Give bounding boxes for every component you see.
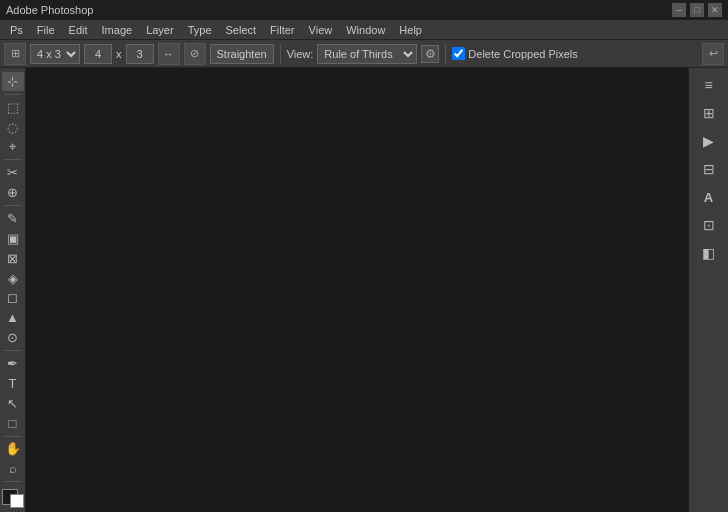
title-bar-controls: ─ □ ✕ [672,3,722,17]
zoom-tool[interactable]: ⌕ [2,459,24,478]
height-input[interactable] [126,44,154,64]
eraser-tool[interactable]: ◻ [2,288,24,307]
view-gear-icon[interactable]: ⚙ [421,45,439,63]
menu-view[interactable]: View [303,22,339,38]
type-tool[interactable]: T [2,374,24,393]
menu-edit[interactable]: Edit [63,22,94,38]
delete-cropped-checkbox[interactable] [452,47,465,60]
gradient-tool[interactable]: ▲ [2,308,24,327]
left-toolbar: ⊹ ⬚ ◌ ⌖ ✂ ⊕ ✎ ▣ ⊠ ◈ ◻ ▲ ⊙ ✒ T ↖ □ ✋ ⌕ [0,68,26,512]
ratio-select[interactable]: 4 x 3 [30,44,80,64]
rectangular-marquee-tool[interactable]: ⬚ [2,98,24,117]
menu-select[interactable]: Select [220,22,263,38]
panel-grid-icon[interactable]: ⊞ [696,100,722,126]
menu-window[interactable]: Window [340,22,391,38]
right-panel: ≡ ⊞ ▶ ⊟ A ⊡ ◧ [688,68,728,512]
rectangle-tool[interactable]: □ [2,414,24,433]
title-bar: Adobe Photoshop ─ □ ✕ [0,0,728,20]
quick-select-tool[interactable]: ⌖ [2,138,24,157]
title-bar-text: Adobe Photoshop [6,4,93,16]
view-label: View: [287,48,314,60]
width-input[interactable] [84,44,112,64]
color-boxes[interactable] [2,489,24,508]
panel-history-icon[interactable]: ≡ [696,72,722,98]
view-select[interactable]: Rule of Thirds [317,44,417,64]
menu-bar: Ps File Edit Image Layer Type Select Fil… [0,20,728,40]
cancel-crop-icon[interactable]: ↩ [702,43,724,65]
menu-layer[interactable]: Layer [140,22,180,38]
move-tool[interactable]: ⊹ [2,72,24,91]
brush-tool[interactable]: ▣ [2,229,24,248]
menu-image[interactable]: Image [96,22,139,38]
straighten-button[interactable]: Straighten [210,44,274,64]
tool-separator-1 [4,94,22,95]
clear-icon[interactable]: ⊘ [184,43,206,65]
swap-icon[interactable]: ↔ [158,43,180,65]
background-color[interactable] [10,494,24,508]
minimize-button[interactable]: ─ [672,3,686,17]
options-bar: ⊞ 4 x 3 x ↔ ⊘ Straighten View: Rule of T… [0,40,728,68]
tool-separator-6 [4,481,22,482]
tool-separator-4 [4,350,22,351]
history-brush-tool[interactable]: ◈ [2,269,24,288]
menu-file[interactable]: File [31,22,61,38]
delete-cropped-label[interactable]: Delete Cropped Pixels [452,47,577,60]
menu-type[interactable]: Type [182,22,218,38]
crop-ratio-icon[interactable]: ⊞ [4,43,26,65]
tool-separator-5 [4,436,22,437]
options-divider-2 [445,44,446,64]
panel-layer-icon[interactable]: ⊡ [696,212,722,238]
panel-adjustment-icon[interactable]: ⊟ [696,156,722,182]
x-separator: x [116,48,122,60]
main-area: ⊹ ⬚ ◌ ⌖ ✂ ⊕ ✎ ▣ ⊠ ◈ ◻ ▲ ⊙ ✒ T ↖ □ ✋ ⌕ ≡ … [0,68,728,512]
restore-button[interactable]: □ [690,3,704,17]
healing-brush-tool[interactable]: ✎ [2,209,24,228]
panel-play-icon[interactable]: ▶ [696,128,722,154]
crop-tool[interactable]: ✂ [2,163,24,182]
tool-separator-3 [4,205,22,206]
eyedropper-tool[interactable]: ⊕ [2,183,24,202]
dodge-tool[interactable]: ⊙ [2,328,24,347]
panel-channels-icon[interactable]: ◧ [696,240,722,266]
menu-help[interactable]: Help [393,22,428,38]
canvas-area [26,68,688,512]
hand-tool[interactable]: ✋ [2,439,24,458]
close-button[interactable]: ✕ [708,3,722,17]
menu-ps[interactable]: Ps [4,22,29,38]
tool-separator-2 [4,159,22,160]
path-selection-tool[interactable]: ↖ [2,394,24,413]
lasso-tool[interactable]: ◌ [2,118,24,137]
panel-type-icon[interactable]: A [696,184,722,210]
options-divider-1 [280,44,281,64]
pen-tool[interactable]: ✒ [2,354,24,373]
menu-filter[interactable]: Filter [264,22,300,38]
clone-stamp-tool[interactable]: ⊠ [2,249,24,268]
